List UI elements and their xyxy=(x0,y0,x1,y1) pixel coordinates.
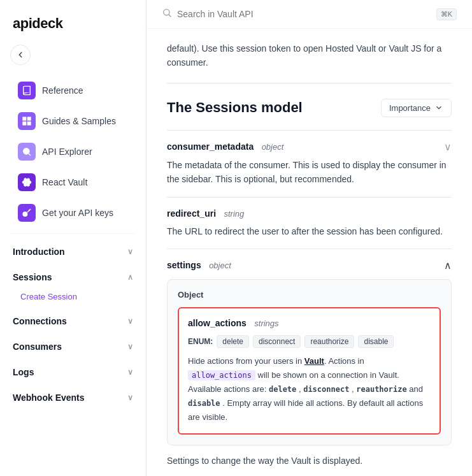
introduction-label: Introduction xyxy=(13,247,65,257)
allow-actions-name-row: allow_actions strings xyxy=(188,317,431,329)
importance-dropdown[interactable]: Importance xyxy=(381,99,452,117)
main-content: ⌘K default). Use this session token to o… xyxy=(147,0,472,476)
field-redirect-uri-header: redirect_uri string xyxy=(167,208,452,219)
consumer-metadata-name: consumer_metadata xyxy=(167,141,254,152)
sidebar-divider xyxy=(10,233,136,234)
reference-label: Reference xyxy=(42,85,83,96)
sidebar-item-api-explorer[interactable]: API Explorer xyxy=(5,137,141,166)
allow-actions-code: allow_actions xyxy=(188,370,255,380)
svg-rect-0 xyxy=(23,117,26,120)
sessions-header[interactable]: Sessions ∧ xyxy=(5,267,141,287)
logs-header[interactable]: Logs ∨ xyxy=(5,362,141,382)
book-icon xyxy=(18,82,36,99)
enum-row: ENUM: delete disconnect reauthorize disa… xyxy=(188,335,431,348)
svg-rect-2 xyxy=(23,122,26,125)
svg-line-14 xyxy=(169,15,171,17)
search-icon xyxy=(162,8,172,20)
enum-badge-disable: disable xyxy=(358,335,394,348)
search-shortcut: ⌘K xyxy=(436,8,457,20)
svg-line-5 xyxy=(29,154,31,155)
guides-label: Guides & Samples xyxy=(42,116,116,126)
sidebar-item-api-keys[interactable]: Get your API keys xyxy=(5,198,141,227)
chevron-down-icon-4: ∨ xyxy=(127,368,133,377)
settings-footer-desc: Settings to change the way the Vault is … xyxy=(167,456,452,466)
allow-actions-box: allow_actions strings ENUM: delete disco… xyxy=(178,307,441,435)
connections-label: Connections xyxy=(13,316,67,326)
sidebar-item-react-vault[interactable]: React Vault xyxy=(5,168,141,197)
sidebar-item-create-session[interactable]: Create Session xyxy=(5,287,141,306)
chevron-down-icon-3: ∨ xyxy=(127,342,133,351)
enum-badge-disconnect: disconnect xyxy=(253,335,301,348)
field-redirect-uri-name-row: redirect_uri string xyxy=(167,208,244,219)
introduction-header[interactable]: Introduction ∨ xyxy=(5,242,141,262)
section-introduction: Introduction ∨ xyxy=(0,239,146,264)
create-session-label: Create Session xyxy=(20,292,77,301)
settings-name-row: settings object xyxy=(167,259,231,271)
key-icon xyxy=(18,204,36,222)
redirect-uri-name: redirect_uri xyxy=(167,208,216,219)
search-bar: ⌘K xyxy=(147,0,472,29)
object-box: Object allow_actions strings ENUM: delet… xyxy=(167,279,452,445)
api-keys-label: Get your API keys xyxy=(42,208,113,218)
svg-line-12 xyxy=(29,210,29,210)
chevron-down-icon: ∨ xyxy=(127,247,133,256)
book-svg xyxy=(22,85,32,96)
settings-type: object xyxy=(209,261,231,270)
field-consumer-metadata: consumer_metadata object ∨ The metadata … xyxy=(167,130,452,197)
webhook-events-label: Webhook Events xyxy=(13,393,85,403)
react-vault-label: React Vault xyxy=(42,177,87,187)
reauthorize-code: reauthorize xyxy=(356,385,406,394)
chevron-down-icon-2: ∨ xyxy=(127,317,133,326)
enum-label: ENUM: xyxy=(188,337,213,346)
allow-actions-type: strings xyxy=(254,319,278,328)
field-consumer-metadata-name-row: consumer_metadata object xyxy=(167,141,283,152)
vault-link[interactable]: Vault xyxy=(304,356,324,366)
section-sessions: Sessions ∧ Create Session xyxy=(0,264,146,308)
chevron-up-icon: ∧ xyxy=(127,273,133,282)
consumer-metadata-desc: The metadata of the consumer. This is us… xyxy=(167,158,452,187)
chevron-down-icon-consumer[interactable]: ∨ xyxy=(444,141,452,153)
api-explorer-label: API Explorer xyxy=(42,147,92,157)
search-circle-icon xyxy=(18,143,36,161)
search-input[interactable] xyxy=(177,9,431,19)
section-consumers: Consumers ∨ xyxy=(0,334,146,359)
sidebar-item-guides[interactable]: Guides & Samples xyxy=(5,106,141,136)
consumers-header[interactable]: Consumers ∨ xyxy=(5,336,141,357)
svg-point-10 xyxy=(23,212,27,217)
arrow-left-icon xyxy=(16,50,25,59)
search-svg xyxy=(22,147,32,157)
atom-svg xyxy=(22,177,32,187)
disconnect-code: disconnect xyxy=(303,385,349,394)
atom-icon xyxy=(18,173,36,191)
enum-badge-reauthorize: reauthorize xyxy=(304,335,354,348)
app-logo: apideck xyxy=(0,10,146,45)
field-consumer-metadata-header: consumer_metadata object ∨ xyxy=(167,141,452,153)
redirect-uri-type: string xyxy=(224,209,245,219)
delete-code: delete xyxy=(269,385,296,394)
back-button[interactable] xyxy=(10,45,31,65)
connections-header[interactable]: Connections ∨ xyxy=(5,311,141,331)
field-redirect-uri: redirect_uri string The URL to redirect … xyxy=(167,197,452,249)
chevron-down-icon-5: ∨ xyxy=(127,393,133,402)
top-description: default). Use this session token to open… xyxy=(167,41,452,83)
importance-label: Importance xyxy=(389,103,431,113)
webhook-events-header[interactable]: Webhook Events ∨ xyxy=(5,387,141,408)
grid-icon xyxy=(18,112,36,130)
section-logs: Logs ∨ xyxy=(0,359,146,385)
svg-rect-1 xyxy=(27,117,31,120)
settings-name: settings xyxy=(167,260,201,270)
section-header-row: The Sessions model Importance xyxy=(167,99,452,117)
sidebar-item-reference[interactable]: Reference xyxy=(5,76,141,105)
enum-badge-delete: delete xyxy=(217,335,249,348)
consumer-metadata-type: object xyxy=(262,142,284,152)
sidebar: apideck Reference Guides & Samples API E… xyxy=(0,0,147,476)
section-title: The Sessions model xyxy=(167,99,303,116)
logs-label: Logs xyxy=(13,367,34,377)
section-connections: Connections ∨ xyxy=(0,308,146,334)
consumers-label: Consumers xyxy=(13,342,62,352)
svg-point-4 xyxy=(24,148,29,154)
chevron-up-icon-settings[interactable]: ∧ xyxy=(444,259,452,271)
sessions-label: Sessions xyxy=(13,272,52,282)
section-webhook-events: Webhook Events ∨ xyxy=(0,385,146,410)
allow-actions-name: allow_actions xyxy=(188,318,247,328)
